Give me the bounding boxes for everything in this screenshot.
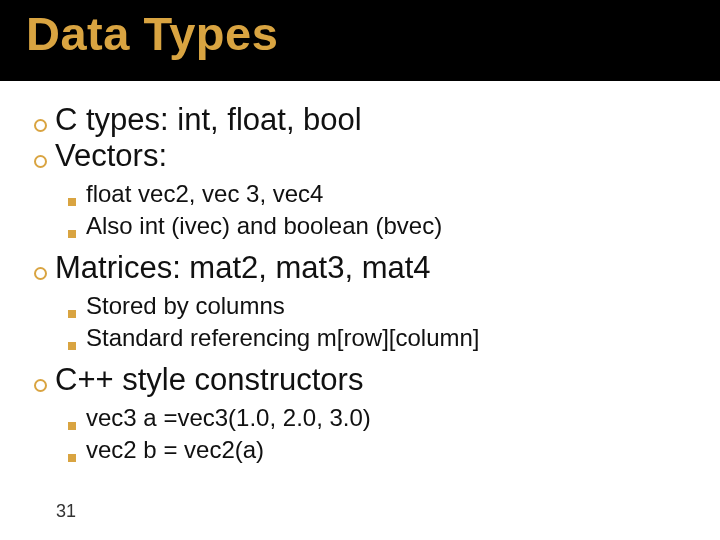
sublist: float vec2, vec 3, vec4 Also int (ivec) … — [34, 179, 696, 241]
list-item-text: C types: int, float, bool — [55, 103, 362, 137]
title-band: Data Types — [0, 0, 720, 81]
sublist-item-text: vec3 a =vec3(1.0, 2.0, 3.0) — [86, 403, 371, 433]
square-bullet-icon — [68, 310, 76, 318]
sublist-item-text: Standard referencing m[row][column] — [86, 323, 480, 353]
list-item: C++ style constructors — [34, 363, 696, 397]
list-item: Matrices: mat2, mat3, mat4 — [34, 251, 696, 285]
sublist-item-text: float vec2, vec 3, vec4 — [86, 179, 323, 209]
circle-bullet-icon — [34, 267, 47, 280]
circle-bullet-icon — [34, 119, 47, 132]
sublist-item: Stored by columns — [68, 291, 696, 321]
square-bullet-icon — [68, 230, 76, 238]
slide: Data Types C types: int, float, bool Vec… — [0, 0, 720, 540]
list-item: Vectors: — [34, 139, 696, 173]
sublist-item: Also int (ivec) and boolean (bvec) — [68, 211, 696, 241]
list-item: C types: int, float, bool — [34, 103, 696, 137]
sublist-item: vec2 b = vec2(a) — [68, 435, 696, 465]
circle-bullet-icon — [34, 379, 47, 392]
square-bullet-icon — [68, 454, 76, 462]
list-item-text: Matrices: mat2, mat3, mat4 — [55, 251, 431, 285]
slide-title: Data Types — [26, 6, 720, 61]
square-bullet-icon — [68, 198, 76, 206]
sublist-item-text: Stored by columns — [86, 291, 285, 321]
sublist-item: Standard referencing m[row][column] — [68, 323, 696, 353]
circle-bullet-icon — [34, 155, 47, 168]
sublist: Stored by columns Standard referencing m… — [34, 291, 696, 353]
square-bullet-icon — [68, 342, 76, 350]
sublist: vec3 a =vec3(1.0, 2.0, 3.0) vec2 b = vec… — [34, 403, 696, 465]
slide-content: C types: int, float, bool Vectors: float… — [0, 81, 720, 465]
page-number: 31 — [56, 501, 76, 522]
sublist-item: float vec2, vec 3, vec4 — [68, 179, 696, 209]
list-item-text: C++ style constructors — [55, 363, 363, 397]
sublist-item: vec3 a =vec3(1.0, 2.0, 3.0) — [68, 403, 696, 433]
list-item-text: Vectors: — [55, 139, 167, 173]
sublist-item-text: vec2 b = vec2(a) — [86, 435, 264, 465]
square-bullet-icon — [68, 422, 76, 430]
sublist-item-text: Also int (ivec) and boolean (bvec) — [86, 211, 442, 241]
